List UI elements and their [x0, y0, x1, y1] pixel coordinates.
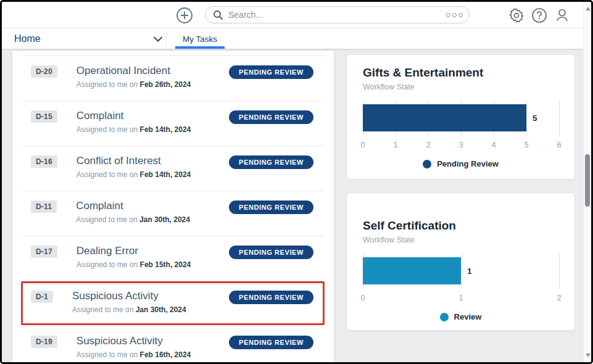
task-assigned-text: Assigned to me on Feb 26th, 2024 [77, 80, 334, 89]
legend-dot-icon [423, 160, 431, 168]
chart-legend: Review [363, 312, 558, 321]
task-row[interactable]: D-19Suspicious ActivityAssigned to me on… [12, 326, 334, 362]
legend-label: Pending Review [437, 159, 499, 168]
chart-x-tick-label: 4 [491, 140, 496, 149]
task-assigned-date: Jan 30th, 2024 [136, 305, 186, 314]
home-dropdown-label: Home [14, 33, 41, 44]
chart-gridline [559, 253, 560, 289]
chart-x-tick-label: 2 [557, 293, 561, 302]
status-badge: PENDING REVIEW [229, 201, 313, 214]
chart-title: Self Certification [363, 219, 558, 233]
task-id-badge: D-20 [31, 65, 57, 78]
task-row[interactable]: D-16Conflict of InterestAssigned to me o… [12, 146, 334, 191]
chart-bar[interactable] [363, 104, 526, 131]
chart-x-tick-label: 3 [458, 140, 463, 149]
chart-x-axis: 012 [363, 291, 559, 305]
chart-plot-area: 1 [363, 253, 559, 289]
legend-dot-icon [440, 313, 449, 321]
chart-bar-value-label: 1 [467, 267, 472, 276]
chart-gridline [559, 100, 560, 136]
task-assigned-date: Feb 26th, 2024 [140, 80, 191, 89]
tab-divider [166, 31, 167, 48]
gear-icon [508, 7, 525, 23]
task-row[interactable]: D-11ComplaintAssigned to me on Jan 30th,… [12, 191, 334, 236]
chart-gridline [526, 100, 527, 136]
chart-x-axis: 0123456 [363, 138, 559, 152]
chart-x-tick-label: 1 [458, 293, 463, 302]
user-menu-button[interactable] [553, 6, 571, 25]
search-options-icon[interactable] [446, 13, 463, 17]
chart-x-tick-label: 5 [524, 140, 528, 149]
chevron-down-icon [154, 36, 162, 42]
settings-button[interactable] [507, 6, 526, 25]
status-badge: PENDING REVIEW [229, 65, 313, 79]
status-badge: PENDING REVIEW [229, 155, 313, 169]
user-icon [554, 7, 570, 23]
chart-card: Gifts & EntertainmentWorkflow State50123… [346, 54, 575, 180]
tab-bar: Home My Tasks [2, 29, 583, 49]
chart-x-tick-label: 6 [557, 140, 561, 149]
task-assigned-date: Feb 14th, 2024 [140, 125, 191, 134]
help-button[interactable] [530, 6, 549, 25]
task-assigned-text: Assigned to me on Feb 15th, 2024 [77, 260, 334, 269]
top-bar [2, 2, 583, 28]
app-window: Home My Tasks D-20Operational IncidentAs… [0, 0, 593, 364]
tab-my-tasks[interactable]: My Tasks [175, 29, 225, 49]
task-row[interactable]: D-17Dealing ErrorAssigned to me on Feb 1… [12, 236, 334, 281]
chart-x-tick-label: 0 [360, 140, 365, 149]
vertical-scrollbar[interactable] [583, 2, 591, 362]
chart-legend: Pending Review [363, 159, 558, 168]
home-dropdown[interactable]: Home [14, 29, 162, 49]
plus-circle-icon [176, 7, 193, 24]
chart-subtitle: Workflow State [363, 83, 558, 91]
status-badge: PENDING REVIEW [229, 336, 313, 349]
my-tasks-panel: D-20Operational IncidentAssigned to me o… [12, 51, 334, 362]
scroll-down-icon[interactable] [586, 354, 591, 357]
task-id-badge: D-1 [31, 291, 53, 303]
chart-card: Self CertificationWorkflow State1012Revi… [346, 192, 575, 331]
search-bar[interactable] [205, 6, 470, 23]
task-assigned-text: Assigned to me on Feb 14th, 2024 [77, 125, 334, 134]
chart-bar[interactable] [363, 257, 461, 284]
tab-my-tasks-label: My Tasks [183, 35, 217, 44]
search-icon [213, 10, 223, 20]
search-input[interactable] [228, 10, 446, 20]
task-id-badge: D-17 [31, 246, 57, 258]
status-badge: PENDING REVIEW [229, 246, 313, 259]
scrollbar-thumb[interactable] [585, 154, 590, 207]
create-button[interactable] [175, 6, 194, 25]
task-id-badge: D-11 [31, 201, 57, 213]
task-assigned-date: Feb 14th, 2024 [140, 170, 191, 179]
task-id-badge: D-19 [31, 336, 57, 348]
task-assigned-date: Feb 16th, 2024 [140, 350, 191, 359]
active-tab-underline [175, 46, 225, 49]
status-badge: PENDING REVIEW [229, 291, 313, 304]
task-id-badge: D-16 [31, 155, 57, 168]
task-assigned-text: Assigned to me on Feb 16th, 2024 [77, 350, 334, 359]
chart-x-tick-label: 1 [393, 140, 397, 149]
chart-x-tick-label: 2 [426, 140, 430, 149]
chart-plot-area: 5 [363, 100, 559, 136]
content-area: D-20Operational IncidentAssigned to me o… [2, 49, 583, 362]
chart-gridline [461, 253, 462, 289]
task-assigned-date: Jan 30th, 2024 [139, 215, 190, 224]
question-circle-icon [531, 7, 547, 23]
task-row[interactable]: D-1Suspicious ActivityAssigned to me on … [12, 281, 334, 326]
task-assigned-text: Assigned to me on Feb 14th, 2024 [77, 170, 334, 179]
scroll-up-icon[interactable] [586, 7, 591, 10]
status-badge: PENDING REVIEW [229, 110, 313, 124]
task-id-badge: D-15 [31, 110, 57, 123]
task-assigned-text: Assigned to me on Jan 30th, 2024 [76, 215, 334, 224]
chart-subtitle: Workflow State [363, 236, 558, 244]
task-row[interactable]: D-20Operational IncidentAssigned to me o… [12, 56, 334, 101]
chart-title: Gifts & Entertainment [363, 66, 558, 80]
chart-bar-value-label: 5 [533, 114, 537, 123]
task-list: D-20Operational IncidentAssigned to me o… [12, 56, 334, 362]
legend-label: Review [454, 312, 482, 321]
task-assigned-text: Assigned to me on Jan 30th, 2024 [72, 305, 334, 314]
chart-x-tick-label: 0 [360, 293, 365, 302]
task-assigned-date: Feb 15th, 2024 [140, 260, 191, 269]
task-row[interactable]: D-15ComplaintAssigned to me on Feb 14th,… [12, 101, 334, 146]
